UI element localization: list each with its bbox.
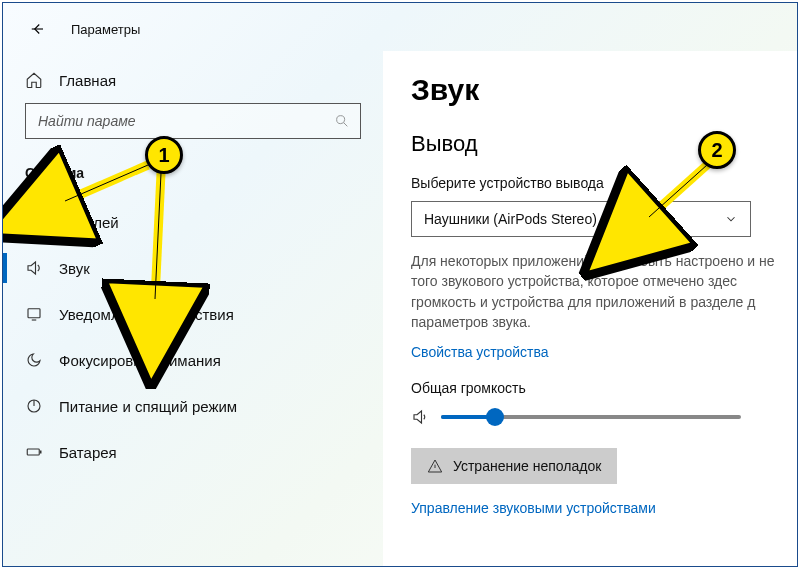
troubleshoot-button[interactable]: Устранение неполадок	[411, 448, 617, 484]
svg-rect-1	[27, 216, 41, 225]
nav-label: Звук	[59, 260, 90, 277]
troubleshoot-label: Устранение неполадок	[453, 458, 601, 474]
output-device-label: Выберите устройство вывода	[411, 175, 797, 191]
nav-label: Фокусировка внимания	[59, 352, 221, 369]
sidebar-home[interactable]: Главная	[3, 61, 383, 103]
annotation-marker-1: 1	[145, 136, 183, 174]
search-wrap	[3, 103, 383, 157]
svg-rect-4	[27, 449, 39, 455]
output-description: Для некоторых приложений может быть наст…	[411, 251, 791, 332]
back-button[interactable]	[23, 15, 51, 43]
speaker-icon	[25, 259, 43, 277]
nav-label: Питание и спящий режим	[59, 398, 237, 415]
power-icon	[25, 397, 43, 415]
warning-icon	[427, 458, 443, 474]
search-input[interactable]	[38, 113, 334, 129]
moon-icon	[25, 351, 43, 369]
volume-row	[411, 408, 797, 426]
notification-icon	[25, 305, 43, 323]
output-device-value: Наушники (AirPods Stereo)	[424, 211, 597, 227]
arrow-left-icon	[28, 20, 46, 38]
battery-icon	[25, 443, 43, 461]
home-icon	[25, 71, 43, 89]
volume-slider[interactable]	[441, 415, 741, 419]
annotation-arrow-1b	[131, 171, 191, 321]
sidebar-item-focus[interactable]: Фокусировка внимания	[3, 337, 383, 383]
sidebar-item-sound[interactable]: Звук	[3, 245, 383, 291]
header-title: Параметры	[71, 22, 140, 37]
sidebar: Главная Система Дисплей	[3, 51, 383, 566]
annotation-marker-2: 2	[698, 131, 736, 169]
sidebar-item-notifications[interactable]: Уведомления и действия	[3, 291, 383, 337]
window-header: Параметры	[3, 3, 797, 51]
svg-rect-5	[40, 451, 42, 454]
slider-thumb[interactable]	[486, 408, 504, 426]
content-pane: Звук Вывод Выберите устройство вывода На…	[383, 51, 797, 566]
nav-label: Батарея	[59, 444, 117, 461]
annotation-arrow-2	[633, 161, 723, 241]
device-properties-link[interactable]: Свойства устройства	[411, 344, 549, 360]
monitor-icon	[25, 213, 43, 231]
sidebar-item-power[interactable]: Питание и спящий режим	[3, 383, 383, 429]
search-icon	[334, 113, 350, 129]
settings-window: Параметры Главная Система	[2, 2, 798, 567]
layout: Главная Система Дисплей	[3, 51, 797, 566]
manage-devices-link[interactable]: Управление звуковыми устройствами	[411, 500, 656, 516]
section-output-title: Вывод	[411, 131, 797, 157]
search-box[interactable]	[25, 103, 361, 139]
volume-icon	[411, 408, 429, 426]
chevron-down-icon	[724, 212, 738, 226]
page-title: Звук	[411, 73, 797, 107]
svg-rect-2	[28, 309, 40, 318]
sidebar-item-battery[interactable]: Батарея	[3, 429, 383, 475]
svg-point-0	[337, 116, 345, 124]
volume-label: Общая громкость	[411, 380, 797, 396]
sidebar-home-label: Главная	[59, 72, 116, 89]
